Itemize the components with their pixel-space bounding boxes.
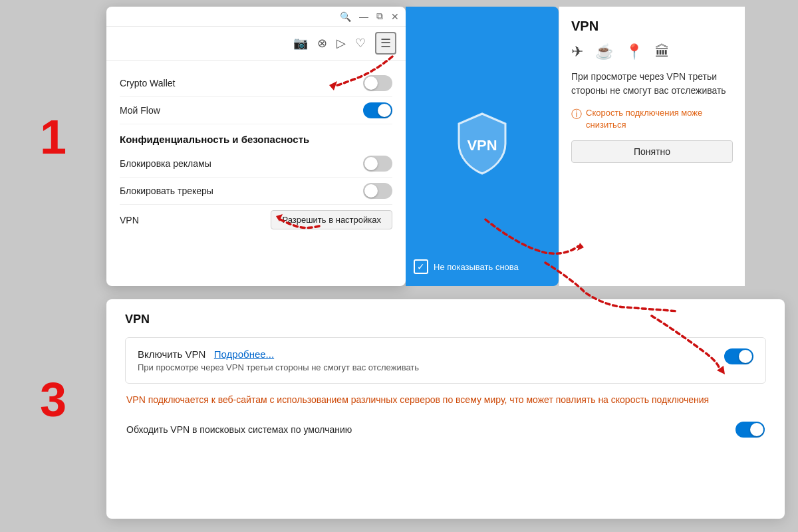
vpn-info-panel: VPN ✈ ☕ 📍 🏛 При просмотре через VPN трет…: [559, 7, 745, 286]
vpn-search-bypass-label: Обходить VPN в поисковых системах по умо…: [126, 424, 352, 435]
menu-toolbar-icon[interactable]: ☰: [375, 32, 396, 55]
privacy-heading: Конфиденциальность и безопасность: [120, 134, 392, 145]
warning-icon: ⓘ: [571, 108, 582, 122]
enable-vpn-left: Включить VPN Подробнее... При просмотре …: [138, 348, 724, 372]
tracker-block-row: Блокировать трекеры: [120, 178, 392, 205]
plane-icon: ✈: [571, 43, 583, 61]
close-icon[interactable]: ✕: [391, 11, 399, 22]
enable-vpn-toggle[interactable]: [724, 348, 753, 364]
send-toolbar-icon[interactable]: ▷: [336, 36, 346, 51]
vpn-no-show-row: ✓ Не показывать снова: [414, 259, 519, 274]
search-bypass-toggle[interactable]: [735, 422, 765, 438]
svg-text:VPN: VPN: [467, 137, 497, 154]
step-3-label: 3: [40, 376, 66, 424]
browser-panel: 🔍 — ⧉ ✕ 📷 ⊗ ▷ ♡ ☰ Crypto Wallet Мой Flow: [106, 7, 406, 286]
vpn-label: VPN: [120, 215, 139, 225]
vpn-blue-popup: VPN ✓ Не показывать снова: [406, 7, 559, 286]
vpn-icons-row: ✈ ☕ 📍 🏛: [571, 43, 733, 61]
vpn-warning-row: ⓘ Скорость подключения може снизиться: [571, 107, 733, 131]
vpn-no-show-checkbox[interactable]: ✓: [414, 259, 428, 274]
maximize-icon[interactable]: ⧉: [376, 11, 383, 22]
enable-vpn-right: [724, 348, 753, 364]
vpn-shield-icon: VPN: [452, 110, 512, 177]
vpn-server-warning: VPN подключается к веб-сайтам с использо…: [125, 393, 766, 407]
crypto-wallet-label: Crypto Wallet: [120, 78, 176, 88]
vpn-search-bypass-row: Обходить VPN в поисковых системах по умо…: [125, 416, 766, 443]
tracker-block-label: Блокировать трекеры: [120, 186, 213, 196]
location-icon: 📍: [625, 43, 643, 61]
vpn-row: VPN Разрешить в настройках: [120, 205, 392, 235]
badge-toolbar-icon[interactable]: ⊗: [317, 36, 327, 51]
my-flow-toggle[interactable]: [363, 102, 392, 118]
learn-more-link[interactable]: Подробнее...: [214, 348, 274, 360]
ad-block-label: Блокировка рекламы: [120, 158, 211, 169]
titlebar: 🔍 — ⧉ ✕: [106, 7, 406, 27]
vpn-info-description: При просмотре через VPN третьи стороны н…: [571, 70, 733, 98]
crypto-wallet-toggle[interactable]: [363, 75, 392, 91]
enable-vpn-label: Включить VPN: [138, 348, 205, 360]
ad-block-toggle[interactable]: [363, 156, 392, 172]
vpn-ok-button[interactable]: Понятно: [571, 140, 733, 163]
bottom-vpn-title: VPN: [125, 313, 766, 327]
search-icon[interactable]: 🔍: [340, 11, 351, 22]
bottom-section: VPN Включить VPN Подробнее... При просмо…: [106, 299, 785, 519]
allow-settings-button[interactable]: Разрешить в настройках: [271, 210, 392, 229]
enable-vpn-desc: При просмотре через VPN третьи стороны н…: [138, 362, 724, 372]
vpn-warning-text: Скорость подключения може снизиться: [586, 107, 733, 131]
crypto-wallet-row: Crypto Wallet: [120, 70, 392, 97]
heart-toolbar-icon[interactable]: ♡: [355, 36, 366, 51]
enable-vpn-card: Включить VPN Подробнее... При просмотре …: [125, 337, 766, 384]
enable-vpn-title-row: Включить VPN Подробнее...: [138, 348, 724, 360]
browser-toolbar: 📷 ⊗ ▷ ♡ ☰: [106, 27, 406, 61]
tracker-block-toggle[interactable]: [363, 183, 392, 199]
browser-content: Crypto Wallet Мой Flow Конфиденциальност…: [106, 61, 406, 244]
my-flow-row: Мой Flow: [120, 97, 392, 124]
vpn-no-show-label: Не показывать снова: [434, 262, 519, 272]
coffee-icon: ☕: [595, 43, 613, 61]
top-section: 🔍 — ⧉ ✕ 📷 ⊗ ▷ ♡ ☰ Crypto Wallet Мой Flow: [106, 7, 798, 286]
vpn-info-title: VPN: [571, 19, 733, 34]
bank-icon: 🏛: [655, 43, 670, 61]
camera-toolbar-icon[interactable]: 📷: [293, 36, 308, 51]
ad-block-row: Блокировка рекламы: [120, 150, 392, 178]
minimize-icon[interactable]: —: [359, 11, 368, 22]
step-1-label: 1: [40, 113, 66, 161]
my-flow-label: Мой Flow: [120, 105, 160, 116]
